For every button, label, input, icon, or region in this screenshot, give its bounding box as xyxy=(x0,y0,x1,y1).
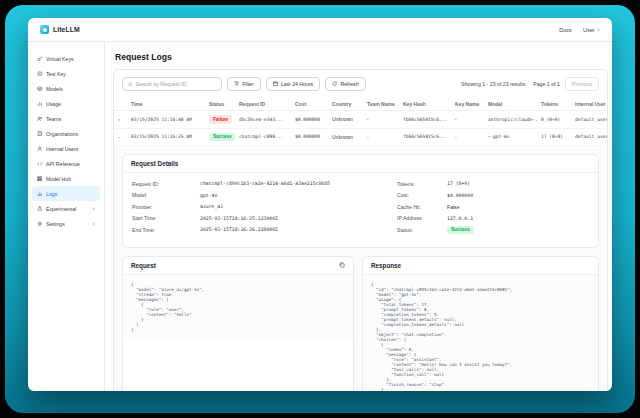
cost-value: $0.000000 xyxy=(447,193,473,198)
chevron-down-icon: ∨ xyxy=(92,206,95,211)
bar-chart-icon xyxy=(37,101,43,107)
sidebar-item-settings[interactable]: Settings ∨ xyxy=(32,216,100,231)
search-input[interactable] xyxy=(136,81,216,87)
building-icon xyxy=(37,131,43,137)
request-json: { "model": "azure_ai/gpt-4o", "stream": … xyxy=(123,275,353,339)
expanded-row-detail: Request Details Request ID:chatcmpl-c899… xyxy=(114,146,607,391)
chevron-down-icon: ∨ xyxy=(92,221,95,226)
user-menu-label: User xyxy=(583,27,595,33)
sidebar-item-teams[interactable]: Teams xyxy=(32,111,100,126)
user-menu[interactable]: User ∨ xyxy=(583,27,600,33)
litellm-logo-icon xyxy=(40,25,49,34)
request-details-panel: Request Details Request ID:chatcmpl-c899… xyxy=(122,154,599,248)
docs-link[interactable]: Docs xyxy=(559,27,572,33)
grid-icon xyxy=(37,176,43,182)
collapse-row-icon[interactable]: › xyxy=(116,136,122,138)
filter-button[interactable]: Filter xyxy=(227,77,261,91)
expand-row-icon[interactable]: › xyxy=(118,117,120,123)
sidebar-item-model-hub[interactable]: Model Hub xyxy=(32,171,100,186)
response-panel-title: Response xyxy=(371,262,401,269)
main-content: Request Logs Filter xyxy=(105,42,612,391)
sidebar-item-api-reference[interactable]: API Reference xyxy=(32,156,100,171)
sidebar-item-models[interactable]: Models xyxy=(32,81,100,96)
refresh-icon xyxy=(332,81,337,86)
sidebar-nav: Virtual Keys Test Key Models Usage Teams xyxy=(28,42,105,391)
response-json: { "id": "chatcmpl-c899c1b3-ca2e-4214-a6d… xyxy=(363,275,598,391)
sidebar-item-logs[interactable]: Logs xyxy=(32,186,100,201)
key-test-icon xyxy=(37,71,43,77)
calendar-icon xyxy=(273,81,278,86)
request-details-title: Request Details xyxy=(131,160,178,167)
code-icon xyxy=(37,161,43,167)
tokens-value: 17 (8+9) xyxy=(447,181,470,186)
sidebar-item-experimental[interactable]: Experimental ∨ xyxy=(32,201,100,216)
fallback-arrow-icon: ← xyxy=(488,134,491,139)
cube-icon xyxy=(37,86,43,92)
search-icon xyxy=(128,82,133,87)
copy-icon[interactable] xyxy=(339,262,345,268)
key-icon xyxy=(37,56,43,62)
request-panel: Request { "model": "azure_ai/gpt-4o", "s… xyxy=(122,256,354,391)
person-icon xyxy=(37,146,43,152)
results-count: Showing 1 - 23 of 23 results xyxy=(461,81,525,87)
logs-card: Filter Last 24 Hours Refresh Showing 1 -… xyxy=(113,69,608,391)
status-badge: Success xyxy=(209,133,235,142)
page-title: Request Logs xyxy=(115,52,612,62)
refresh-button[interactable]: Refresh xyxy=(325,77,365,91)
sidebar-item-organizations[interactable]: Organizations xyxy=(32,126,100,141)
status-badge: Failure xyxy=(209,115,232,124)
table-row-expanded[interactable]: › 03/15/2025 11:16:35 AM Success chatcmp… xyxy=(114,128,608,146)
response-panel: Response { "id": "chatcmpl-c899c1b3-ca2e… xyxy=(362,256,599,391)
page-indicator: Page 1 of 1 xyxy=(533,81,560,87)
provider-value: azure_ai xyxy=(200,204,223,209)
status-badge: Success xyxy=(447,226,474,235)
previous-page-button[interactable]: Previous xyxy=(565,77,599,91)
controls-row: Filter Last 24 Hours Refresh Showing 1 -… xyxy=(114,70,607,98)
ip-address-value: 127.0.0.1 xyxy=(447,216,473,221)
table-header-row: Time Status Request ID Cost Country Team… xyxy=(114,98,608,111)
request-logs-table: Time Status Request ID Cost Country Team… xyxy=(114,98,608,146)
chevron-down-icon: ∨ xyxy=(597,27,600,32)
litellm-app-window: LiteLLM Docs User ∨ Virtual Keys Test Ke… xyxy=(28,18,612,391)
request-panel-title: Request xyxy=(131,262,156,269)
desktop-background: LiteLLM Docs User ∨ Virtual Keys Test Ke… xyxy=(0,0,640,418)
table-row[interactable]: › 03/15/2025 11:16:40 AM Failure d5c26ce… xyxy=(114,111,608,129)
request-id-value: chatcmpl-c899c1b3-ca2e-4214-a6d1-a3ae215… xyxy=(200,181,330,186)
top-navbar: LiteLLM Docs User ∨ xyxy=(28,18,612,42)
sidebar-item-internal-users[interactable]: Internal Users xyxy=(32,141,100,156)
sidebar-item-test-key[interactable]: Test Key xyxy=(32,66,100,81)
brand-title: LiteLLM xyxy=(53,26,80,33)
gear-icon xyxy=(37,221,43,227)
end-time-value: 2025-03-15T18:16:36.228000Z xyxy=(200,227,278,232)
time-range-button[interactable]: Last 24 Hours xyxy=(266,77,320,91)
sidebar-item-usage[interactable]: Usage xyxy=(32,96,100,111)
request-id-search[interactable] xyxy=(122,77,222,91)
start-time-value: 2025-03-15T18:16:35.123000Z xyxy=(200,216,278,221)
model-value: gpt-4o xyxy=(200,193,217,198)
logs-chart-icon xyxy=(37,191,43,197)
sidebar-item-virtual-keys[interactable]: Virtual Keys xyxy=(32,51,100,66)
funnel-icon xyxy=(234,81,239,86)
flask-icon xyxy=(37,206,43,212)
people-icon xyxy=(37,116,43,122)
cache-hit-value: False xyxy=(447,204,459,210)
